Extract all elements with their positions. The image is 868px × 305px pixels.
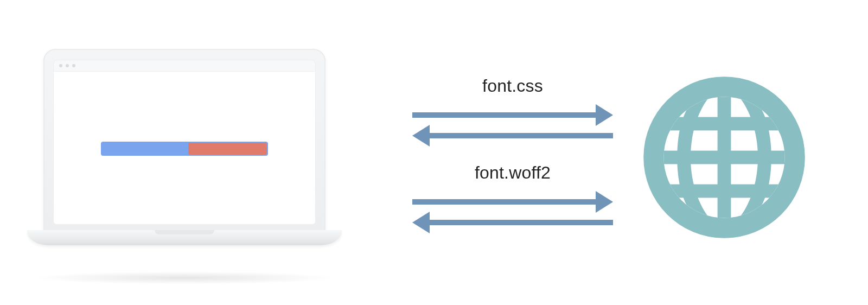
svg-marker-5 xyxy=(596,191,613,213)
svg-rect-0 xyxy=(412,112,597,118)
diagram-stage: font.css font.woff2 xyxy=(0,0,868,305)
request-css-group: font.css xyxy=(412,76,613,150)
request-woff2-label: font.woff2 xyxy=(412,163,613,183)
svg-rect-4 xyxy=(412,199,597,205)
request-woff2-arrows xyxy=(412,188,613,237)
svg-marker-1 xyxy=(596,104,613,126)
svg-rect-6 xyxy=(429,220,613,225)
arrow-right-icon xyxy=(412,104,613,126)
arrow-left-icon xyxy=(412,212,613,233)
window-control-dot xyxy=(72,64,75,67)
window-control-dot xyxy=(66,64,69,67)
laptop-base xyxy=(27,230,342,245)
laptop-screen xyxy=(53,72,316,225)
arrow-right-icon xyxy=(412,191,613,213)
svg-marker-7 xyxy=(412,212,430,233)
svg-rect-2 xyxy=(429,133,613,138)
arrow-left-icon xyxy=(412,125,613,147)
laptop-body xyxy=(43,49,326,233)
laptop-shadow xyxy=(33,271,336,284)
window-control-dot xyxy=(59,64,62,67)
laptop-icon xyxy=(43,49,326,266)
svg-rect-13 xyxy=(649,151,800,164)
request-css-arrows xyxy=(412,101,613,150)
globe-icon xyxy=(640,73,808,242)
progress-remaining xyxy=(188,143,267,155)
browser-chrome xyxy=(53,60,316,72)
request-woff2-group: font.woff2 xyxy=(412,163,613,237)
request-css-label: font.css xyxy=(412,76,613,96)
progress-bar xyxy=(101,142,269,156)
svg-marker-3 xyxy=(412,125,430,147)
